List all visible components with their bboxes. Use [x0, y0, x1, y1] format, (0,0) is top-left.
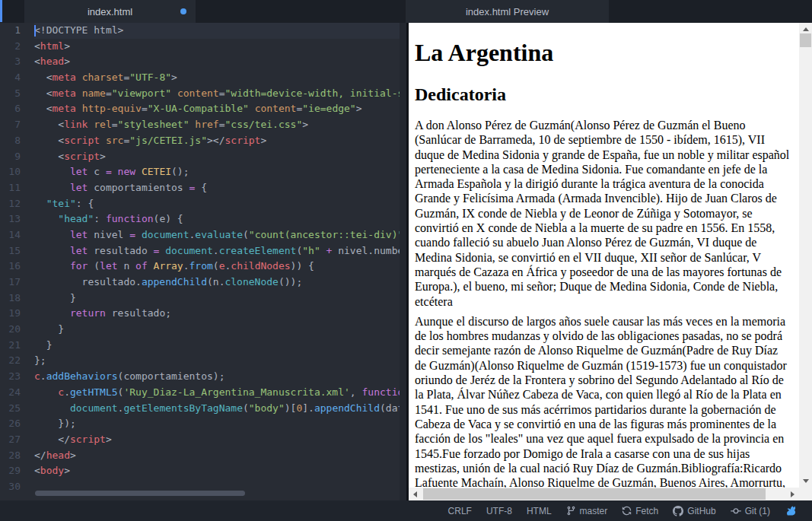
code-line[interactable]: 24 c.getHTML5('Ruy_Diaz-La_Argentina_Man…: [0, 385, 400, 401]
code-line[interactable]: 4 <meta charset="UTF-8">: [0, 70, 400, 86]
code-line-text: </head>: [34, 448, 400, 464]
line-number: 19: [0, 306, 34, 322]
code-line[interactable]: 23c.addBehaviors(comportamientos);: [0, 369, 400, 385]
code-line[interactable]: 8 <script src="js/CETEI.js"></script>: [0, 133, 400, 149]
code-line-text: return resultado;: [34, 306, 400, 322]
preview-heading: Dedicatoria: [415, 84, 793, 105]
code-line-text: resultado.appendChild(n.cloneNode());: [34, 275, 400, 291]
code-line[interactable]: 6 <meta http-equiv="X-UA-Compatible" con…: [0, 101, 400, 117]
code-line-text: "tei": {: [34, 196, 400, 212]
code-line[interactable]: 28</head>: [0, 448, 400, 464]
tab-bar: index.html index.html Preview: [0, 0, 812, 23]
horizontal-scrollbar-thumb[interactable]: [423, 488, 766, 500]
down-arrow-icon: [803, 479, 809, 483]
code-line[interactable]: 18 }: [0, 291, 400, 307]
editor-horizontal-scrollbar-thumb[interactable]: [35, 491, 245, 496]
line-number: 20: [0, 322, 34, 338]
code-line[interactable]: 10 let c = new CETEI();: [0, 164, 400, 180]
preview-horizontal-scrollbar[interactable]: [409, 488, 799, 500]
code-line[interactable]: 21 }: [0, 338, 400, 354]
git-commit-icon: [731, 506, 741, 516]
code-line[interactable]: 27 </script>: [0, 432, 400, 448]
code-line[interactable]: 11 let comportamientos = {: [0, 180, 400, 196]
github-icon: [673, 506, 683, 516]
editor-vertical-scrollbar-track[interactable]: [400, 23, 406, 500]
code-line[interactable]: 13 "head": function(e) {: [0, 211, 400, 227]
line-number: 21: [0, 338, 34, 354]
code-line[interactable]: 20 }: [0, 322, 400, 338]
tab-index-html-preview[interactable]: index.html Preview: [406, 0, 609, 23]
vertical-scrollbar-thumb[interactable]: [800, 33, 811, 47]
code-line-text: };: [34, 353, 400, 369]
code-line[interactable]: 16 for (let n of Array.from(e.childNodes…: [0, 259, 400, 275]
right-arrow-icon: [791, 491, 794, 497]
status-github[interactable]: GitHub: [673, 506, 715, 516]
code-line-text: }: [34, 291, 400, 307]
status-encoding[interactable]: UTF-8: [486, 506, 512, 516]
code-line[interactable]: 9 <script>: [0, 149, 400, 165]
code-line-text: c.addBehaviors(comportamientos);: [34, 369, 400, 385]
code-editor[interactable]: 1<!DOCTYPE html>2<html>3<head>4 <meta ch…: [0, 23, 400, 500]
line-number: 6: [0, 101, 34, 117]
tab-label: index.html Preview: [466, 6, 549, 17]
code-line-text: <html>: [34, 39, 400, 55]
code-line-text: for (let n of Array.from(e.childNodes)) …: [34, 259, 400, 275]
code-line-text: "head": function(e) {: [34, 211, 400, 227]
line-number: 22: [0, 353, 34, 369]
scroll-right-button[interactable]: [786, 488, 799, 500]
line-number: 1: [0, 23, 34, 39]
status-grammar[interactable]: HTML: [527, 506, 552, 516]
code-line[interactable]: 22};: [0, 353, 400, 369]
line-number: 7: [0, 117, 34, 133]
code-line[interactable]: 25 document.getElementsByTagName("body")…: [0, 401, 400, 417]
status-git-branch[interactable]: master: [566, 506, 608, 516]
code-line[interactable]: 29<body>: [0, 463, 400, 479]
preview-pane: La Argentina Dedicatoria A don Alonso Pé…: [409, 23, 812, 500]
code-line-text: c.getHTML5('Ruy_Diaz-La_Argentina_Manusc…: [34, 385, 400, 401]
preview-document: La Argentina Dedicatoria A don Alonso Pé…: [409, 23, 799, 488]
code-line[interactable]: 7 <link rel="stylesheet" href="css/tei.c…: [0, 117, 400, 133]
code-line-text: });: [34, 416, 400, 432]
status-fetch[interactable]: Fetch: [622, 506, 658, 516]
code-line-text: <!DOCTYPE html>: [34, 23, 400, 39]
line-number: 17: [0, 275, 34, 291]
line-number: 27: [0, 432, 34, 448]
code-line-text: <meta name="viewport" content="width=dev…: [34, 86, 400, 102]
preview-vertical-scrollbar[interactable]: [799, 23, 812, 488]
line-number: 29: [0, 463, 34, 479]
squirrel-button[interactable]: [785, 505, 797, 516]
tab-index-html[interactable]: index.html: [24, 0, 196, 23]
preview-title: La Argentina: [415, 39, 793, 67]
code-line-text: <script src="js/CETEI.js"></script>: [34, 133, 400, 149]
squirrel-icon: [785, 505, 797, 516]
code-line[interactable]: 5 <meta name="viewport" content="width=d…: [0, 86, 400, 102]
modified-dot-icon[interactable]: [180, 8, 186, 14]
code-line[interactable]: 14 let nivel = document.evaluate("count(…: [0, 227, 400, 243]
code-line[interactable]: 12 "tei": {: [0, 196, 400, 212]
status-git-changes[interactable]: Git (1): [731, 506, 770, 516]
code-line-text: <meta charset="UTF-8">: [34, 70, 400, 86]
line-number: 28: [0, 448, 34, 464]
scroll-down-button[interactable]: [799, 475, 812, 488]
line-number: 4: [0, 70, 34, 86]
code-line[interactable]: 2<html>: [0, 39, 400, 55]
code-line[interactable]: 17 resultado.appendChild(n.cloneNode());: [0, 275, 400, 291]
line-number: 14: [0, 227, 34, 243]
code-line-text: </script>: [34, 432, 400, 448]
code-line-text: let c = new CETEI();: [34, 164, 400, 180]
code-line[interactable]: 3<head>: [0, 54, 400, 70]
preview-paragraph: A don Alonso Pérez de Guzmán(Alonso Pére…: [415, 118, 791, 309]
line-number: 3: [0, 54, 34, 70]
line-number: 15: [0, 243, 34, 259]
line-number: 23: [0, 369, 34, 385]
sync-icon: [622, 506, 632, 516]
status-line-ending[interactable]: CRLF: [448, 506, 472, 516]
line-number: 26: [0, 416, 34, 432]
code-line[interactable]: 1<!DOCTYPE html>: [0, 23, 400, 39]
scroll-left-button[interactable]: [409, 488, 422, 500]
atom-editor-window: index.html index.html Preview 1<!DOCTYPE…: [0, 0, 812, 521]
code-line[interactable]: 26 });: [0, 416, 400, 432]
code-line[interactable]: 15 let resultado = document.createElemen…: [0, 243, 400, 259]
tab-label: index.html: [88, 6, 132, 17]
code-line[interactable]: 19 return resultado;: [0, 306, 400, 322]
